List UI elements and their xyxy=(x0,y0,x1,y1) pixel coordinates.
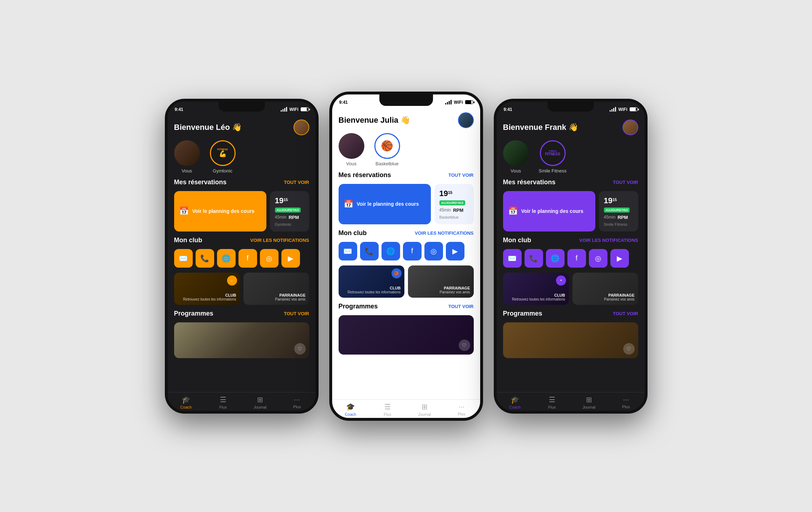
programmes-link-julia[interactable]: TOUT VOIR xyxy=(448,304,474,309)
parrainage-label-julia: PARRAINAGE xyxy=(444,286,470,290)
content-leo: Bienvenue Léo 👋 Vous xyxy=(168,117,316,392)
club-card-label-leo: CLUB xyxy=(225,293,236,297)
nav-coach-frank[interactable]: 🎓 Coach xyxy=(497,395,534,409)
club-email-btn-leo[interactable]: ✉️ xyxy=(174,249,193,268)
res-card-planning-leo[interactable]: 📅 Voir le planning des cours xyxy=(174,191,266,231)
flux-label-frank: Flux xyxy=(548,405,556,409)
res-card-planning-julia[interactable]: 📅 Voir le planning des cours xyxy=(339,184,431,224)
journal-icon-frank: ⊞ xyxy=(586,395,592,404)
parrainage-card-frank[interactable]: PARRAINAGE Parrainez vos amis xyxy=(572,273,638,305)
calendar-icon-leo: 📅 xyxy=(179,206,189,216)
reservations-header-frank: Mes réservations TOUT VOIR xyxy=(503,179,638,186)
nav-flux-julia[interactable]: ☰ Flux xyxy=(369,403,406,416)
coach-label-julia: Coach xyxy=(345,412,356,416)
club-insta-btn-leo[interactable]: ◎ xyxy=(260,249,279,268)
rpm-time-julia: 1915 xyxy=(439,189,469,198)
parrainage-card-julia[interactable]: PARRAINAGE Parrainez vos amis xyxy=(408,265,474,298)
prog-heart-leo[interactable]: ♡ xyxy=(294,343,306,355)
coach-label-frank: Coach xyxy=(509,405,521,409)
programmes-link-frank[interactable]: TOUT VOIR xyxy=(613,311,638,316)
club-title-leo: Mon club xyxy=(174,237,202,244)
time-julia: 9:41 xyxy=(339,100,348,105)
club-link-leo[interactable]: VOIR LES NOTIFICATIONS xyxy=(250,238,309,243)
reservations-title-julia: Mes réservations xyxy=(339,171,391,179)
club-fb-btn-frank[interactable]: f xyxy=(567,249,586,268)
nav-journal-julia[interactable]: ⊞ Journal xyxy=(406,403,443,416)
club-yt-btn-julia[interactable]: ▶ xyxy=(446,242,464,260)
reservations-link-leo[interactable]: TOUT VOIR xyxy=(284,180,309,185)
prog-card-leo[interactable]: ♡ xyxy=(174,322,309,358)
journal-label-frank: Journal xyxy=(582,405,595,409)
club-card-julia[interactable]: 🏀 CLUB Retrouvez toutes les informations xyxy=(339,265,404,298)
user-vous-frank[interactable]: Vous xyxy=(503,140,529,174)
nav-coach-julia[interactable]: 🎓 Coach xyxy=(332,403,369,416)
club-header-julia: Mon club VOIR LES NOTIFICATIONS xyxy=(339,229,474,237)
user-gym-julia[interactable]: 🏀 Basketblue xyxy=(374,133,400,166)
prog-card-frank[interactable]: ♡ xyxy=(503,322,638,358)
programmes-header-frank: Programmes TOUT VOIR xyxy=(503,310,638,317)
user-vous-leo[interactable]: Vous xyxy=(174,140,200,174)
journal-icon-julia: ⊞ xyxy=(422,403,428,411)
club-email-btn-julia[interactable]: ✉️ xyxy=(339,242,357,260)
club-insta-btn-julia[interactable]: ◎ xyxy=(424,242,443,260)
rpm-card-frank[interactable]: 1915 AUJOURD'HUI 45min RPM Smile Fitness xyxy=(599,191,638,231)
user-vous-julia[interactable]: Vous xyxy=(339,133,364,166)
res-card-planning-frank[interactable]: 📅 Voir le planning des cours xyxy=(503,191,595,231)
prog-card-julia[interactable]: ♡ xyxy=(339,315,474,355)
prog-heart-julia[interactable]: ♡ xyxy=(459,340,470,351)
rpm-badge-leo: AUJOURD'HUI xyxy=(275,208,301,213)
club-web-btn-leo[interactable]: 🌐 xyxy=(217,249,236,268)
nav-journal-frank[interactable]: ⊞ Journal xyxy=(571,395,608,409)
user-gym-leo[interactable]: FITNESS 💪 Gymtonic xyxy=(210,140,236,174)
programmes-link-leo[interactable]: TOUT VOIR xyxy=(284,311,309,316)
reservations-link-julia[interactable]: TOUT VOIR xyxy=(448,172,474,178)
welcome-julia: Bienvenue Julia 👋 xyxy=(339,116,410,125)
gym-name-julia: Basketblue xyxy=(375,161,398,166)
club-card-leo[interactable]: 💪 CLUB Retrouvez toutes les informations xyxy=(174,273,240,305)
club-web-btn-julia[interactable]: 🌐 xyxy=(382,242,400,260)
club-phone-btn-julia[interactable]: 📞 xyxy=(360,242,379,260)
club-link-frank[interactable]: VOIR LES NOTIFICATIONS xyxy=(579,238,638,243)
journal-label-leo: Journal xyxy=(254,405,266,409)
club-fb-btn-julia[interactable]: f xyxy=(403,242,422,260)
avatar-leo[interactable] xyxy=(294,120,309,135)
battery-frank xyxy=(630,107,638,111)
club-phone-btn-leo[interactable]: 📞 xyxy=(196,249,214,268)
nav-flux-frank[interactable]: ☰ Flux xyxy=(533,395,571,409)
nav-flux-leo[interactable]: ☰ Flux xyxy=(205,395,242,409)
club-title-frank: Mon club xyxy=(503,237,531,244)
avatar-julia[interactable] xyxy=(458,112,474,128)
club-web-btn-frank[interactable]: 🌐 xyxy=(546,249,565,268)
club-yt-btn-frank[interactable]: ▶ xyxy=(610,249,629,268)
user-gym-frank[interactable]: ✦SMILE FITNESS Smile Fitness xyxy=(539,140,567,174)
nav-plus-julia[interactable]: ··· Plus xyxy=(443,403,480,416)
club-link-julia[interactable]: VOIR LES NOTIFICATIONS xyxy=(415,230,473,236)
prog-heart-frank[interactable]: ♡ xyxy=(623,343,635,355)
club-phone-btn-frank[interactable]: 📞 xyxy=(525,249,543,268)
reservations-link-frank[interactable]: TOUT VOIR xyxy=(613,180,638,185)
avatar-frank[interactable] xyxy=(622,120,638,135)
club-yt-btn-leo[interactable]: ▶ xyxy=(281,249,300,268)
nav-journal-leo[interactable]: ⊞ Journal xyxy=(242,395,279,409)
reservations-row-frank: 📅 Voir le planning des cours 1915 AUJOUR… xyxy=(503,191,638,231)
rpm-card-julia[interactable]: 1915 AUJOURD'HUI 45min RPM Basketblue xyxy=(434,184,474,224)
club-email-btn-frank[interactable]: ✉️ xyxy=(503,249,522,268)
club-card-frank[interactable]: ✦ CLUB Retrouvez toutes les informations xyxy=(503,273,569,305)
programmes-title-julia: Programmes xyxy=(339,303,378,310)
signal-frank xyxy=(610,107,616,112)
parrainage-card-leo[interactable]: PARRAINAGE Parrainez vos amis xyxy=(243,273,309,305)
status-right-leo: WiFi xyxy=(281,107,308,112)
nav-coach-leo[interactable]: 🎓 Coach xyxy=(168,395,205,409)
rpm-card-leo[interactable]: 1915 AUJOURD'HUI 45min RPM Gymtonic xyxy=(270,191,309,231)
nav-plus-leo[interactable]: ··· Plus xyxy=(279,395,316,409)
rpm-badge-frank: AUJOURD'HUI xyxy=(604,208,630,213)
status-right-julia: WiFi xyxy=(445,100,473,105)
rpm-name-leo: RPM xyxy=(289,215,299,220)
club-fb-btn-leo[interactable]: f xyxy=(238,249,257,268)
plus-label-frank: Plus xyxy=(622,405,630,409)
club-insta-btn-frank[interactable]: ◎ xyxy=(589,249,607,268)
prog-bg-julia xyxy=(339,315,474,355)
nav-plus-frank[interactable]: ··· Plus xyxy=(607,395,645,409)
calendar-icon-julia: 📅 xyxy=(344,199,353,209)
bottom-nav-frank: 🎓 Coach ☰ Flux ⊞ Journal ··· Plus xyxy=(497,392,645,411)
